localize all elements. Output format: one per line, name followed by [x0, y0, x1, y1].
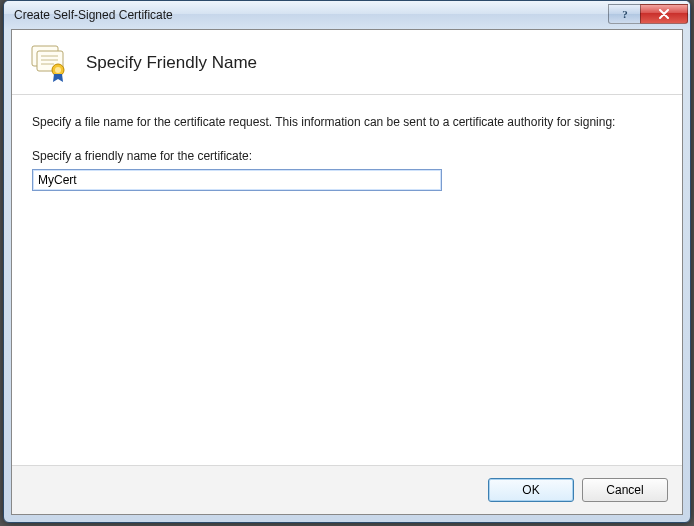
- friendly-name-input[interactable]: [32, 169, 442, 191]
- client-area: Specify Friendly Name Specify a file nam…: [11, 29, 683, 515]
- dialog-window: Create Self-Signed Certificate ?: [3, 0, 691, 523]
- instruction-text: Specify a file name for the certificate …: [32, 113, 642, 131]
- help-icon: ?: [620, 8, 630, 20]
- close-icon: [658, 9, 670, 19]
- svg-text:?: ?: [622, 8, 628, 20]
- window-buttons: ?: [608, 4, 688, 24]
- certificate-icon: [28, 42, 70, 84]
- help-button[interactable]: ?: [608, 4, 640, 24]
- svg-point-7: [55, 67, 61, 73]
- field-label: Specify a friendly name for the certific…: [32, 149, 662, 163]
- page-title: Specify Friendly Name: [86, 53, 257, 73]
- ok-button[interactable]: OK: [488, 478, 574, 502]
- cancel-button[interactable]: Cancel: [582, 478, 668, 502]
- window-title: Create Self-Signed Certificate: [14, 8, 608, 22]
- titlebar[interactable]: Create Self-Signed Certificate ?: [4, 1, 690, 29]
- close-button[interactable]: [640, 4, 688, 24]
- body-area: Specify a file name for the certificate …: [12, 95, 682, 465]
- header-area: Specify Friendly Name: [12, 30, 682, 95]
- button-bar: OK Cancel: [12, 465, 682, 514]
